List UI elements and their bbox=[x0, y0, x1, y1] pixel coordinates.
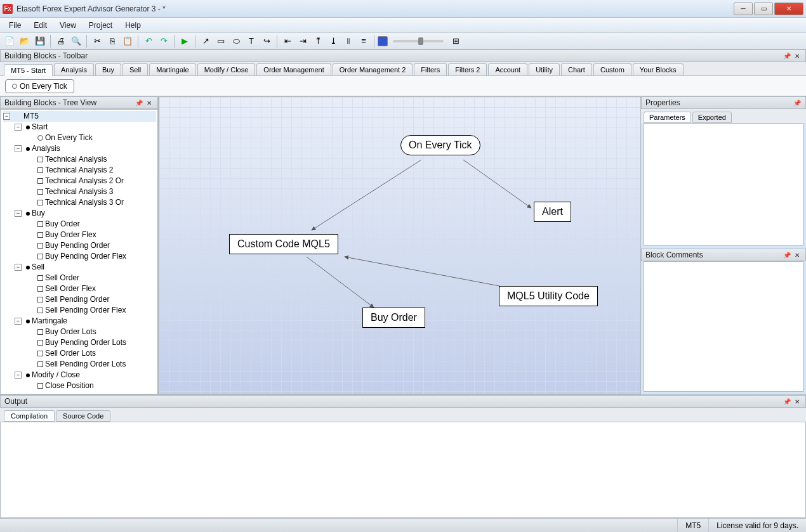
distribute-h-icon[interactable]: ⫴ bbox=[341, 34, 355, 48]
tree-view[interactable]: −MT5 −Start On Every Tick −Analysis Tech… bbox=[0, 109, 158, 394]
tree-item[interactable]: Sell Order bbox=[26, 273, 156, 283]
pin-icon[interactable]: 📌 bbox=[783, 250, 791, 259]
tab-filters[interactable]: Filters bbox=[414, 63, 447, 75]
rounded-rect-tool-icon[interactable]: ⬭ bbox=[229, 34, 243, 48]
tab-compilation[interactable]: Compilation bbox=[4, 410, 55, 422]
diagram-canvas[interactable]: On Every Tick Alert Custom Code MQL5 Buy… bbox=[159, 96, 641, 394]
tab-martingale[interactable]: Martingale bbox=[149, 63, 195, 75]
tree-item[interactable]: Buy Pending Order bbox=[26, 240, 156, 251]
tree-item[interactable]: Buy Pending Order Lots bbox=[26, 337, 156, 348]
tree-item[interactable]: Technical Analysis 2 bbox=[26, 165, 156, 176]
align-left-icon[interactable]: ⇤ bbox=[281, 34, 294, 48]
pin-icon[interactable]: 📌 bbox=[783, 51, 791, 60]
tab-analysis[interactable]: Analysis bbox=[54, 63, 94, 75]
menu-edit[interactable]: Edit bbox=[29, 20, 52, 31]
tab-mt5-start[interactable]: MT5 - Start bbox=[4, 64, 53, 76]
close-panel-icon[interactable]: ✕ bbox=[145, 98, 154, 107]
redo-icon[interactable]: ↷ bbox=[157, 34, 171, 48]
tree-group-start[interactable]: −Start bbox=[15, 122, 156, 133]
tree-item[interactable]: Sell Pending Order Flex bbox=[26, 305, 156, 316]
maximize-button[interactable]: ▭ bbox=[754, 3, 773, 15]
block-comments-body[interactable] bbox=[644, 261, 803, 392]
distribute-v-icon[interactable]: ≡ bbox=[357, 34, 371, 48]
tree-item[interactable]: Technical Analysis 3 Or bbox=[26, 197, 156, 208]
save-icon[interactable]: 💾 bbox=[33, 34, 47, 48]
tab-order-management-2[interactable]: Order Management 2 bbox=[333, 63, 413, 75]
main-toolbar: 📄 📂 💾 🖨 🔍 ✂ ⎘ 📋 ↶ ↷ ▶ ↗ ▭ ⬭ T ↪ ⇤ ⇥ ⤒ ⤓ … bbox=[0, 33, 806, 49]
grid-toggle-icon[interactable]: ⊞ bbox=[449, 34, 463, 48]
align-right-icon[interactable]: ⇥ bbox=[296, 34, 310, 48]
close-button[interactable]: ✕ bbox=[774, 3, 803, 15]
text-tool-icon[interactable]: T bbox=[244, 34, 258, 48]
pin-icon[interactable]: 📌 bbox=[783, 397, 791, 406]
tab-chart[interactable]: Chart bbox=[561, 63, 592, 75]
tree-root[interactable]: −MT5 bbox=[3, 111, 156, 122]
tree-item[interactable]: Close Position bbox=[26, 380, 156, 391]
tree-item[interactable]: Technical Analysis 3 bbox=[26, 186, 156, 197]
tree-group-analysis[interactable]: −Analysis bbox=[15, 143, 156, 154]
find-icon[interactable]: 🔍 bbox=[69, 34, 83, 48]
tree-group-sell[interactable]: −Sell bbox=[15, 262, 156, 273]
node-alert[interactable]: Alert bbox=[534, 202, 571, 222]
tree-item[interactable]: Buy Order bbox=[26, 219, 156, 230]
arrow-tool-icon[interactable]: ↗ bbox=[199, 34, 213, 48]
block-on-every-tick[interactable]: On Every Tick bbox=[5, 79, 74, 93]
pin-icon[interactable]: 📌 bbox=[135, 98, 143, 107]
menu-project[interactable]: Project bbox=[84, 20, 117, 31]
tab-account[interactable]: Account bbox=[488, 63, 527, 75]
tree-item[interactable]: Technical Analysis 2 Or bbox=[26, 176, 156, 186]
tree-item[interactable]: Buy Order Lots bbox=[26, 327, 156, 337]
tab-filters-2[interactable]: Filters 2 bbox=[448, 63, 487, 75]
tab-source-code[interactable]: Source Code bbox=[56, 410, 110, 422]
new-icon[interactable]: 📄 bbox=[3, 34, 17, 48]
tree-item[interactable]: Technical Analysis bbox=[26, 154, 156, 165]
open-icon[interactable]: 📂 bbox=[18, 34, 32, 48]
link-tool-icon[interactable]: ↪ bbox=[260, 34, 274, 48]
tree-item[interactable]: Sell Pending Order bbox=[26, 294, 156, 305]
tree-item[interactable]: On Every Tick bbox=[26, 133, 156, 143]
tab-custom[interactable]: Custom bbox=[593, 63, 631, 75]
cut-icon[interactable]: ✂ bbox=[90, 34, 104, 48]
color-picker-icon[interactable] bbox=[378, 36, 388, 46]
svg-line-1 bbox=[463, 160, 531, 208]
close-panel-icon[interactable]: ✕ bbox=[793, 51, 802, 60]
tree-item[interactable]: Sell Pending Order Lots bbox=[26, 359, 156, 370]
output-body bbox=[0, 422, 806, 518]
tab-exported[interactable]: Exported bbox=[692, 112, 732, 123]
tab-utility[interactable]: Utility bbox=[529, 63, 560, 75]
tree-item[interactable]: Buy Order Flex bbox=[26, 230, 156, 240]
menu-view[interactable]: View bbox=[55, 20, 81, 31]
menu-help[interactable]: Help bbox=[120, 20, 146, 31]
tree-group-buy[interactable]: −Buy bbox=[15, 208, 156, 219]
run-icon[interactable]: ▶ bbox=[178, 34, 192, 48]
menu-file[interactable]: File bbox=[4, 20, 26, 31]
tree-item[interactable]: Buy Pending Order Flex bbox=[26, 251, 156, 262]
tree-group-modify-close[interactable]: −Modify / Close bbox=[15, 370, 156, 380]
tree-group-martingale[interactable]: −Martingale bbox=[15, 316, 156, 327]
node-on-every-tick[interactable]: On Every Tick bbox=[400, 135, 480, 155]
align-top-icon[interactable]: ⤒ bbox=[311, 34, 325, 48]
pin-icon[interactable]: 📌 bbox=[793, 98, 802, 107]
zoom-slider[interactable] bbox=[393, 40, 444, 42]
align-bottom-icon[interactable]: ⤓ bbox=[326, 34, 340, 48]
close-panel-icon[interactable]: ✕ bbox=[793, 250, 802, 259]
tab-your-blocks[interactable]: Your Blocks bbox=[633, 63, 684, 75]
minimize-button[interactable]: ─ bbox=[734, 3, 753, 15]
tab-buy[interactable]: Buy bbox=[95, 63, 121, 75]
close-panel-icon[interactable]: ✕ bbox=[793, 397, 802, 406]
paste-icon[interactable]: 📋 bbox=[121, 34, 135, 48]
tab-sell[interactable]: Sell bbox=[122, 63, 148, 75]
tab-parameters[interactable]: Parameters bbox=[644, 112, 691, 123]
window-title: Etasoft Forex Expert Advisor Generator 3… bbox=[17, 4, 734, 13]
tree-item[interactable]: Sell Order Flex bbox=[26, 283, 156, 294]
copy-icon[interactable]: ⎘ bbox=[105, 34, 119, 48]
node-utility-code[interactable]: MQL5 Utility Code bbox=[499, 286, 598, 306]
undo-icon[interactable]: ↶ bbox=[142, 34, 155, 48]
print-icon[interactable]: 🖨 bbox=[54, 34, 68, 48]
rect-tool-icon[interactable]: ▭ bbox=[214, 34, 228, 48]
node-custom-code[interactable]: Custom Code MQL5 bbox=[229, 234, 338, 254]
tab-modify-close[interactable]: Modify / Close bbox=[197, 63, 256, 75]
node-buy-order[interactable]: Buy Order bbox=[362, 308, 425, 328]
tree-item[interactable]: Sell Order Lots bbox=[26, 348, 156, 359]
tab-order-management[interactable]: Order Management bbox=[256, 63, 331, 75]
